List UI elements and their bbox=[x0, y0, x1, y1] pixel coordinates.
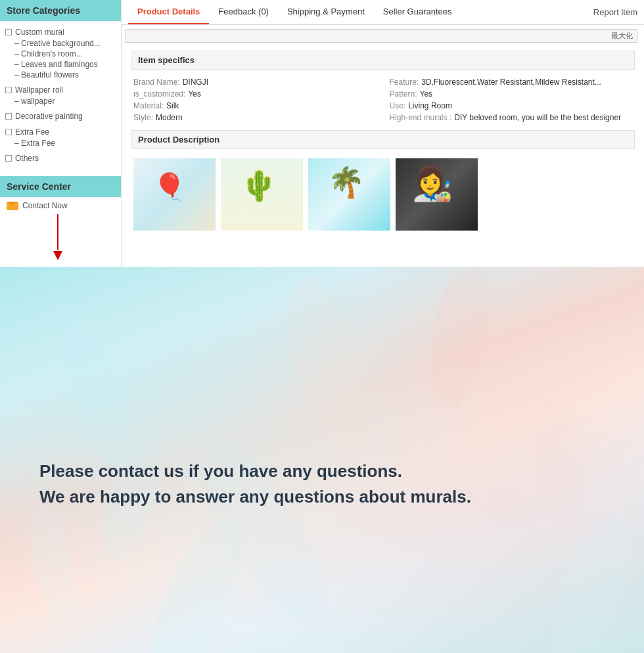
sidebar-sub-extra-fee[interactable]: – Extra Fee bbox=[0, 138, 121, 148]
sidebar-sub-leaves[interactable]: – Leaves and flamingos bbox=[0, 59, 121, 70]
spec-pattern-label: Pattern: bbox=[390, 89, 417, 99]
category-group-custom-mural: Custom mural – Creative background... – … bbox=[0, 26, 121, 80]
spec-brand-name-value: DINGJI bbox=[183, 78, 208, 87]
spec-style-value: Modern bbox=[156, 113, 183, 122]
svg-point-2 bbox=[23, 501, 82, 624]
category-label: Wallpaper roll bbox=[15, 85, 63, 95]
spec-use: Use: Living Room bbox=[390, 100, 633, 112]
specifics-grid: Brand Name: DINGJI is_customized: Yes Ma… bbox=[131, 76, 635, 124]
arrow-line bbox=[57, 214, 58, 250]
sidebar-item-decorative-painting[interactable]: Decorative painting bbox=[0, 110, 121, 122]
category-label: Extra Fee bbox=[15, 127, 49, 137]
tab-seller-guarantees[interactable]: Seller Guarantees bbox=[374, 0, 461, 24]
spec-is-customized-value: Yes bbox=[188, 89, 201, 99]
spec-brand-name: Brand Name: DINGJI bbox=[133, 76, 377, 88]
categories-list: Custom mural – Creative background... – … bbox=[0, 21, 121, 173]
main-content: Product Details Feedback (0) Shipping & … bbox=[122, 0, 644, 267]
spec-use-value: Living Room bbox=[408, 101, 452, 110]
spec-style: Style: Modern bbox=[133, 112, 377, 124]
specifics-right-col: Feature: 3D,Fluorescent,Water Resistant,… bbox=[390, 76, 633, 124]
svg-point-3 bbox=[134, 505, 260, 653]
sidebar: Store Categories Custom mural – Creative… bbox=[0, 0, 122, 267]
category-icon bbox=[5, 29, 12, 35]
tab-feedback[interactable]: Feedback (0) bbox=[209, 0, 278, 24]
contact-now-button[interactable]: Contact Now bbox=[0, 197, 121, 214]
bottom-text-line1: Please contact us if you have any questi… bbox=[39, 459, 605, 484]
spec-pattern-value: Yes bbox=[420, 89, 433, 99]
category-icon bbox=[5, 87, 12, 93]
maximize-button[interactable]: 最大化 bbox=[126, 29, 637, 43]
svg-point-4 bbox=[273, 268, 384, 462]
item-specifics-title: Item specifics bbox=[131, 51, 635, 70]
email-icon bbox=[7, 202, 18, 210]
sidebar-item-others[interactable]: Others bbox=[0, 152, 121, 164]
spec-feature: Feature: 3D,Fluorescent,Water Resistant,… bbox=[390, 76, 633, 88]
category-label: Others bbox=[15, 154, 39, 163]
sidebar-item-custom-mural[interactable]: Custom mural bbox=[0, 26, 121, 38]
sidebar-sub-creative[interactable]: – Creative background... bbox=[0, 38, 121, 49]
spec-material-label: Material: bbox=[133, 101, 164, 110]
category-group-wallpaper-roll: Wallpaper roll – wallpaper bbox=[0, 84, 121, 106]
sidebar-sub-childrens[interactable]: – Children's room... bbox=[0, 49, 121, 59]
spec-style-label: Style: bbox=[133, 113, 153, 122]
product-image-tropical bbox=[308, 158, 390, 231]
spec-material-value: Silk bbox=[166, 101, 179, 110]
category-group-decorative: Decorative painting bbox=[0, 110, 121, 122]
category-group-others: Others bbox=[0, 152, 121, 164]
sidebar-sub-wallpaper[interactable]: – wallpaper bbox=[0, 96, 121, 106]
product-image-balloon bbox=[133, 158, 216, 231]
category-icon bbox=[5, 155, 12, 162]
spec-high-end-value: DIY beloved room, you will be the best d… bbox=[454, 113, 621, 122]
service-center-header: Service Center bbox=[0, 176, 121, 197]
arrow-annotation-area bbox=[0, 214, 121, 267]
spec-pattern: Pattern: Yes bbox=[390, 88, 633, 100]
contact-now-label: Contact Now bbox=[22, 201, 68, 210]
product-images-row bbox=[131, 158, 635, 231]
svg-point-0 bbox=[47, 315, 150, 482]
report-item-link[interactable]: Report item bbox=[593, 7, 637, 17]
spec-material: Material: Silk bbox=[133, 100, 377, 112]
item-specifics-section: Item specifics Brand Name: DINGJI is_cus… bbox=[122, 44, 644, 130]
sidebar-item-wallpaper-roll[interactable]: Wallpaper roll bbox=[0, 84, 121, 96]
sidebar-item-extra-fee[interactable]: Extra Fee bbox=[0, 126, 121, 138]
category-label: Custom mural bbox=[15, 28, 64, 37]
product-description-title: Product Description bbox=[131, 130, 635, 149]
arrow-head bbox=[53, 251, 62, 260]
svg-point-5 bbox=[421, 267, 499, 415]
spec-feature-value: 3D,Fluorescent,Water Resistant,Mildew Re… bbox=[421, 78, 601, 87]
spec-high-end-label: High-end murals : bbox=[390, 113, 452, 122]
red-arrow bbox=[45, 214, 71, 267]
sidebar-sub-flowers[interactable]: – Beautiful flowers bbox=[0, 70, 121, 80]
bottom-contact-text: Please contact us if you have any questi… bbox=[39, 459, 605, 510]
bottom-section: Please contact us if you have any questi… bbox=[0, 267, 644, 653]
category-label: Decorative painting bbox=[15, 112, 83, 121]
category-group-extra-fee: Extra Fee – Extra Fee bbox=[0, 126, 121, 148]
specifics-left-col: Brand Name: DINGJI is_customized: Yes Ma… bbox=[133, 76, 377, 124]
category-icon bbox=[5, 129, 12, 135]
svg-point-8 bbox=[179, 420, 346, 639]
spec-use-label: Use: bbox=[390, 101, 406, 110]
svg-point-7 bbox=[534, 505, 644, 653]
spec-is-customized: is_customized: Yes bbox=[133, 88, 377, 100]
product-image-portrait bbox=[396, 158, 478, 231]
spec-is-customized-label: is_customized: bbox=[133, 89, 185, 99]
spec-high-end-murals: High-end murals : DIY beloved room, you … bbox=[390, 112, 633, 124]
spec-brand-name-label: Brand Name: bbox=[133, 78, 180, 87]
category-icon bbox=[5, 113, 12, 120]
product-description-section: Product Description bbox=[122, 130, 644, 237]
product-image-cactus bbox=[221, 158, 303, 231]
spec-feature-label: Feature: bbox=[390, 78, 419, 87]
tab-shipping-payment[interactable]: Shipping & Payment bbox=[278, 0, 374, 24]
store-categories-header: Store Categories bbox=[0, 0, 121, 21]
tab-product-details[interactable]: Product Details bbox=[128, 0, 209, 24]
tabs-bar: Product Details Feedback (0) Shipping & … bbox=[122, 0, 644, 25]
bottom-text-line2: We are happy to answer any questions abo… bbox=[39, 484, 605, 510]
